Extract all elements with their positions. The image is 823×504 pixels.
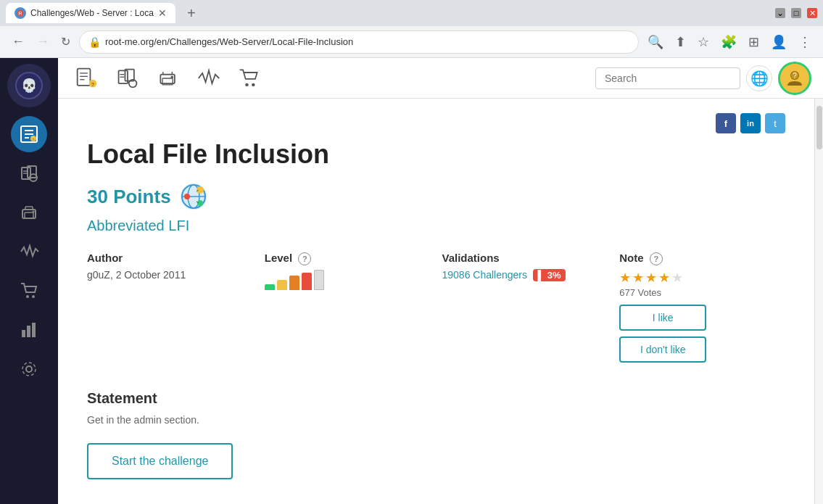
tab-close-button[interactable]: ✕ <box>158 7 167 19</box>
challengers-link[interactable]: 19086 Challengers <box>442 269 528 281</box>
scrollbar[interactable] <box>814 99 823 504</box>
sidebar-item-cart[interactable] <box>11 273 47 309</box>
maximize-button[interactable]: □ <box>791 8 801 18</box>
twitter-icon[interactable]: t <box>765 113 785 133</box>
level-bars <box>265 270 431 290</box>
statement-text: Get in the admin section. <box>87 414 785 426</box>
svg-point-28 <box>22 363 36 376</box>
sidebar-logo[interactable]: 💀 <box>7 64 51 107</box>
svg-rect-29 <box>78 68 91 85</box>
start-challenge-button[interactable]: Start the challenge <box>87 443 233 479</box>
level-label: Level ? <box>265 252 431 265</box>
svg-text:💀: 💀 <box>21 78 38 94</box>
svg-rect-24 <box>22 330 25 337</box>
level-bar-5 <box>314 270 324 290</box>
sidebar: 💀 ? <box>0 58 58 504</box>
stars: ★ ★ ★ ★ ★ <box>619 270 785 286</box>
level-col: Level ? <box>265 252 431 368</box>
svg-rect-17 <box>25 212 33 218</box>
note-info-icon[interactable]: ? <box>650 252 663 265</box>
back-button[interactable]: ← <box>9 31 28 52</box>
facebook-icon[interactable]: f <box>716 113 736 133</box>
user-avatar[interactable]: ? <box>778 62 811 95</box>
tab-favicon: R <box>15 7 26 19</box>
browser-actions: 🔍 ⬆ ☆ 🧩 ⊞ 👤 ⋮ <box>645 31 814 53</box>
waveform-nav-icon[interactable] <box>191 61 226 96</box>
svg-text:?: ? <box>793 72 797 80</box>
level-bar-1 <box>265 284 275 290</box>
cart-nav-icon[interactable] <box>232 61 267 96</box>
close-button[interactable]: ✕ <box>807 8 817 18</box>
challenge-subtitle: Abbreviated LFI <box>87 218 785 234</box>
svg-point-23 <box>32 295 35 298</box>
dislike-button[interactable]: I don't like <box>619 336 706 363</box>
note-label: Note ? <box>619 252 785 265</box>
sidebar-item-stats[interactable] <box>11 312 47 348</box>
sidebar-item-printer[interactable] <box>11 194 47 231</box>
extensions-button[interactable]: 🧩 <box>718 31 740 53</box>
svg-point-42 <box>171 75 174 78</box>
star-2: ★ <box>632 270 644 286</box>
minimize-button[interactable]: ⌄ <box>775 8 785 18</box>
social-icons: f in t <box>87 113 785 133</box>
level-info-icon[interactable]: ? <box>298 252 311 265</box>
meta-grid: Author g0uZ, 2 October 2011 Level ? <box>87 252 785 368</box>
votes-text: 677 Votes <box>619 287 661 298</box>
forward-button[interactable]: → <box>33 31 52 52</box>
points-row: 30 Points <box>87 181 785 212</box>
scrollbar-thumb[interactable] <box>816 106 822 149</box>
search-wrapper <box>595 67 740 89</box>
share-button[interactable]: ⬆ <box>672 31 689 53</box>
url-text: root-me.org/en/Challenges/Web-Server/Loc… <box>105 36 629 47</box>
star-3: ★ <box>645 270 657 286</box>
bookmark-button[interactable]: ☆ <box>695 31 712 53</box>
tab-title: Challenges/Web - Server : Loca <box>30 8 154 18</box>
reload-button[interactable]: ↻ <box>58 32 73 51</box>
search-input[interactable] <box>595 67 740 89</box>
percent-badge: 3% <box>533 269 565 281</box>
like-button[interactable]: I like <box>619 305 706 331</box>
star-4: ★ <box>658 270 670 286</box>
challenge-title: Local File Inclusion <box>87 139 785 170</box>
svg-text:R: R <box>18 10 22 17</box>
app-container: 💀 ? <box>0 58 823 504</box>
statement-title: Statement <box>87 390 785 407</box>
validations-value: 19086 Challengers 3% <box>442 268 608 281</box>
svg-point-43 <box>245 83 248 86</box>
new-tab-button[interactable]: + <box>181 2 202 25</box>
printer-nav-icon[interactable] <box>151 61 186 96</box>
sidebar-item-waveform[interactable] <box>11 234 47 270</box>
sidebar-item-challenges[interactable]: ? <box>11 116 47 152</box>
sidebar-item-training[interactable] <box>11 155 47 191</box>
language-button[interactable]: 🌐 <box>746 65 772 91</box>
browser-frame: R Challenges/Web - Server : Loca ✕ + ⌄ □… <box>0 0 823 58</box>
level-bar-2 <box>277 280 287 290</box>
account-button[interactable]: 👤 <box>768 31 790 53</box>
svg-point-54 <box>184 194 190 199</box>
content-with-scroll: f in t Local File Inclusion 30 Points <box>58 99 823 504</box>
profile-button[interactable]: ⊞ <box>745 31 762 53</box>
main-nav: ? <box>58 58 823 99</box>
challenges-nav-icon[interactable]: ? <box>70 61 104 96</box>
level-bar-4 <box>302 273 312 290</box>
browser-tab[interactable]: R Challenges/Web - Server : Loca ✕ <box>6 3 175 23</box>
url-bar[interactable]: 🔒 root-me.org/en/Challenges/Web-Server/L… <box>79 30 639 54</box>
svg-point-21 <box>33 211 35 213</box>
author-col: Author g0uZ, 2 October 2011 <box>87 252 253 368</box>
sidebar-item-settings[interactable] <box>11 351 47 387</box>
author-value: g0uZ, 2 October 2011 <box>87 269 186 281</box>
linkedin-icon[interactable]: in <box>740 113 761 133</box>
svg-point-52 <box>197 186 204 194</box>
training-nav-icon[interactable] <box>110 61 145 96</box>
note-col: Note ? ★ ★ ★ ★ ★ 677 Votes I like <box>619 252 785 368</box>
svg-rect-26 <box>32 323 36 337</box>
content-area: f in t Local File Inclusion 30 Points <box>58 99 814 504</box>
menu-button[interactable]: ⋮ <box>795 31 814 53</box>
main-area: ? <box>58 58 823 504</box>
svg-point-27 <box>26 366 32 372</box>
author-label: Author <box>87 252 253 264</box>
level-bar-3 <box>289 276 299 290</box>
zoom-button[interactable]: 🔍 <box>645 31 666 53</box>
svg-text:?: ? <box>91 80 95 87</box>
lock-icon: 🔒 <box>88 36 101 48</box>
